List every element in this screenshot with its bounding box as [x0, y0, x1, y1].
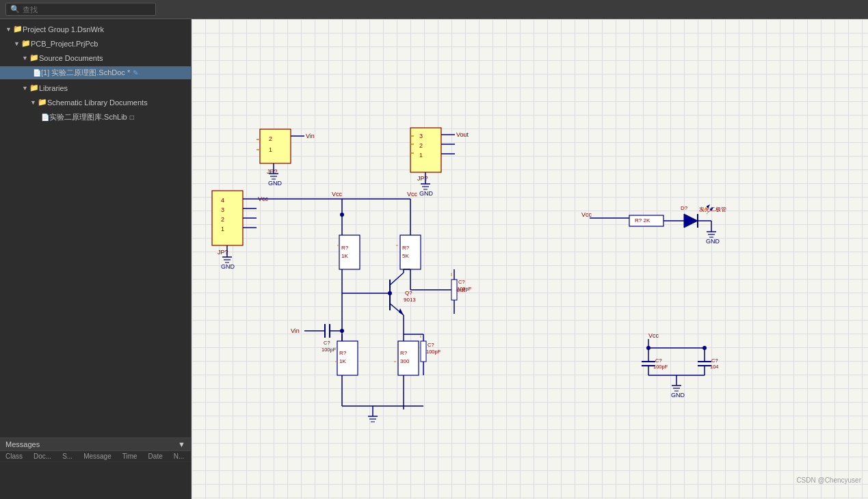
svg-text:5K: 5K — [402, 253, 409, 259]
svg-text:300: 300 — [400, 358, 410, 364]
tree-label: 实验二原理图库.SchLib — [49, 112, 127, 122]
col-time: Time — [122, 453, 137, 460]
tree-item-schdoc[interactable]: 📄 [1] 实验二原理图.SchDoc * ✎ — [0, 65, 191, 81]
tree-label: Project Group 1.DsnWrk — [23, 25, 104, 33]
svg-rect-26 — [212, 191, 243, 245]
search-input[interactable] — [23, 5, 146, 14]
svg-text:1: 1 — [269, 146, 272, 153]
top-bar: 🔍 — [0, 0, 868, 19]
svg-rect-1 — [260, 129, 291, 163]
svg-text:D?: D? — [681, 205, 688, 211]
svg-text:C?: C? — [428, 342, 434, 348]
svg-text:100pF: 100pF — [426, 349, 441, 355]
svg-text:100pF: 100pF — [321, 347, 337, 353]
svg-text:GND: GND — [268, 180, 282, 187]
svg-text:9013: 9013 — [404, 297, 416, 303]
svg-rect-60 — [451, 280, 457, 300]
svg-text:100pF: 100pF — [653, 364, 668, 370]
folder-icon: 📁 — [29, 53, 39, 62]
svg-text:R?: R? — [400, 350, 408, 356]
tree-item-libraries[interactable]: ▼ 📁 Libraries — [0, 81, 191, 95]
svg-text:C?: C? — [711, 358, 718, 364]
modified-indicator: ✎ — [133, 69, 138, 77]
tree-item-schlib[interactable]: 📄 实验二原理图库.SchLib □ — [0, 109, 191, 125]
svg-rect-12 — [410, 128, 441, 172]
svg-text:C?: C? — [458, 279, 465, 285]
svg-text:发光二极管: 发光二极管 — [699, 206, 726, 213]
expand-arrow: ▼ — [5, 26, 12, 33]
svg-text:R?   2K: R? 2K — [635, 217, 650, 224]
svg-text:GND: GND — [221, 263, 235, 270]
svg-text:C?: C? — [655, 358, 662, 364]
schematic-svg: 2 1 Vin JP? GND 3 2 1 Vout J — [192, 19, 868, 499]
svg-marker-112 — [684, 214, 698, 228]
tree-label: Libraries — [39, 84, 68, 92]
svg-rect-87 — [421, 341, 426, 362]
messages-header: Messages ▼ — [0, 438, 191, 451]
tree-label: Source Documents — [39, 54, 103, 62]
svg-text:JP?: JP? — [218, 249, 228, 256]
svg-text:JP?: JP? — [417, 175, 428, 182]
col-s: S... — [62, 453, 73, 460]
svg-text:C?: C? — [324, 340, 330, 346]
col-n: N... — [174, 453, 185, 460]
schematic-area[interactable]: 2 1 Vin JP? GND 3 2 1 Vout J — [192, 19, 868, 499]
svg-text:104: 104 — [710, 364, 719, 370]
svg-text:Vcc: Vcc — [332, 191, 343, 198]
tree-label: [1] 实验二原理图.SchDoc * — [41, 68, 130, 78]
svg-text:2: 2 — [419, 142, 423, 149]
messages-title: Messages — [5, 440, 40, 448]
svg-text:1K: 1K — [339, 358, 346, 364]
tree-item-pcb-project[interactable]: ▼ 📁 PCB_Project.PrjPcb — [0, 36, 191, 51]
svg-rect-46 — [339, 235, 360, 269]
svg-text:2: 2 — [269, 135, 272, 142]
search-box[interactable]: 🔍 — [5, 3, 156, 16]
folder-icon: 📁 — [21, 39, 31, 48]
file-icon: 📄 — [33, 69, 41, 77]
tree-item-project-group[interactable]: ▼ 📁 Project Group 1.DsnWrk — [0, 22, 191, 36]
svg-text:GND: GND — [706, 238, 720, 245]
svg-text:4: 4 — [221, 197, 224, 204]
col-message: Message — [83, 453, 111, 460]
tree-item-source-docs[interactable]: ▼ 📁 Source Documents — [0, 51, 191, 65]
sidebar: ▼ 📁 Project Group 1.DsnWrk ▼ 📁 PCB_Proje… — [0, 19, 192, 499]
col-date: Date — [148, 453, 163, 460]
folder-icon: 📁 — [13, 25, 23, 33]
expand-arrow: ▼ — [14, 40, 20, 47]
schematic-canvas[interactable]: 2 1 Vin JP? GND 3 2 1 Vout J — [192, 19, 868, 499]
search-icon: 🔍 — [10, 5, 20, 14]
svg-text:3: 3 — [221, 206, 224, 213]
svg-text:2: 2 — [221, 216, 224, 223]
svg-text:1: 1 — [221, 226, 224, 232]
svg-text:Vin: Vin — [306, 133, 315, 139]
svg-text:Vout: Vout — [456, 131, 469, 138]
svg-text:1: 1 — [419, 152, 423, 159]
watermark: CSDN @Chencyuser — [796, 476, 861, 484]
messages-arrow[interactable]: ▼ — [178, 440, 185, 448]
svg-text:R?: R? — [339, 350, 347, 356]
sidebar-tree: ▼ 📁 Project Group 1.DsnWrk ▼ 📁 PCB_Proje… — [0, 19, 191, 437]
file-marker: □ — [130, 113, 134, 121]
tree-item-schlib-docs[interactable]: ▼ 📁 Schematic Library Documents — [0, 95, 191, 109]
svg-text:1K: 1K — [341, 253, 348, 259]
expand-arrow: ▼ — [30, 99, 36, 106]
messages-columns: Class Doc... S... Message Time Date N... — [0, 451, 191, 462]
svg-text:100pF: 100pF — [457, 286, 472, 292]
folder-icon: 📁 — [29, 83, 39, 92]
messages-panel: Messages ▼ Class Doc... S... Message Tim… — [0, 437, 191, 499]
file-icon: 📄 — [41, 113, 49, 121]
svg-text:R?: R? — [341, 245, 349, 251]
folder-icon: 📁 — [38, 98, 47, 107]
svg-line-68 — [390, 273, 404, 285]
svg-text:Q?: Q? — [405, 290, 412, 296]
svg-text:Vin: Vin — [291, 327, 300, 334]
svg-text:Vcc: Vcc — [407, 191, 418, 198]
svg-text:GND: GND — [671, 392, 685, 399]
expand-arrow: ▼ — [22, 85, 28, 92]
svg-text:3: 3 — [419, 133, 423, 139]
tree-label: Schematic Library Documents — [47, 98, 148, 107]
svg-text:R?: R? — [402, 245, 410, 251]
main-area: ▼ 📁 Project Group 1.DsnWrk ▼ 📁 PCB_Proje… — [0, 19, 868, 499]
expand-arrow: ▼ — [22, 55, 28, 62]
svg-text:GND: GND — [419, 190, 434, 197]
